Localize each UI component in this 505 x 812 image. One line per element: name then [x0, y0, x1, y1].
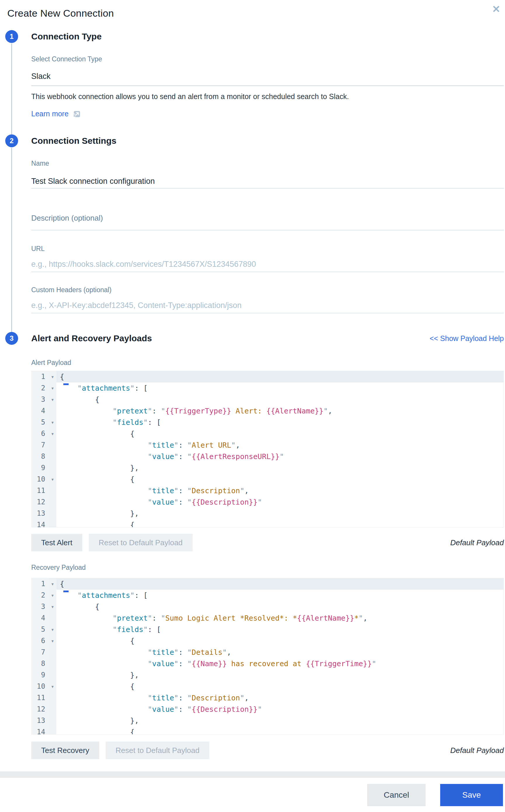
code-line[interactable]: 10▾ {	[31, 474, 504, 485]
fold-arrow-icon[interactable]: ▾	[49, 474, 56, 485]
fold-arrow-icon[interactable]: ▾	[49, 394, 56, 405]
code-line[interactable]: 4 "pretext": "{{TriggerType}} Alert: {{A…	[31, 405, 504, 417]
name-label: Name	[31, 159, 504, 167]
show-payload-help-link[interactable]: << Show Payload Help	[430, 334, 504, 343]
create-connection-dialog: Create New Connection ✕ 1 Connection Typ…	[0, 0, 505, 812]
code-line[interactable]: 6▾ {	[31, 635, 504, 647]
code-line[interactable]: 1▾{	[31, 578, 504, 590]
section-title-payloads: Alert and Recovery Payloads	[31, 332, 152, 345]
reset-recovery-payload-button[interactable]: Reset to Default Payload	[106, 741, 210, 759]
fold-spacer	[49, 496, 56, 508]
fold-spacer	[49, 669, 56, 681]
code-line[interactable]: 11 "title": "Description",	[31, 692, 504, 704]
code-text: "attachments": [	[56, 590, 504, 601]
test-alert-button[interactable]: Test Alert	[31, 534, 82, 551]
code-line[interactable]: 5▾ "fields": [	[31, 417, 504, 428]
code-line[interactable]: 8 "value": "{{AlertResponseURL}}"	[31, 451, 504, 462]
code-text: {	[56, 578, 504, 590]
step-connector-line	[11, 43, 12, 134]
code-line[interactable]: 12 "value": "{{Description}}"	[31, 704, 504, 715]
url-label: URL	[31, 245, 504, 253]
fold-arrow-icon[interactable]: ▾	[49, 590, 56, 601]
default-payload-note: Default Payload	[450, 746, 504, 755]
code-line[interactable]: 3▾ {	[31, 394, 504, 405]
url-input[interactable]	[31, 257, 504, 272]
recovery-payload-editor[interactable]: 1▾{2▾ "attachments": [3▾ {4 "pretext": "…	[31, 578, 504, 734]
fold-arrow-icon[interactable]: ▾	[49, 417, 56, 428]
alert-payload-editor[interactable]: 1▾{2▾ "attachments": [3▾ {4 "pretext": "…	[31, 371, 504, 528]
footer-divider-band	[0, 772, 505, 778]
code-line[interactable]: 9 },	[31, 462, 504, 474]
reset-alert-payload-button[interactable]: Reset to Default Payload	[89, 534, 193, 551]
code-line[interactable]: 9 },	[31, 669, 504, 681]
line-number: 13	[31, 508, 49, 519]
code-line[interactable]: 13 },	[31, 508, 504, 519]
step-1-badge: 1	[5, 30, 18, 43]
code-text: "value": "{{Description}}"	[56, 496, 504, 508]
code-line[interactable]: 2▾ "attachments": [	[31, 590, 504, 601]
fold-arrow-icon[interactable]: ▾	[49, 601, 56, 612]
fold-arrow-icon[interactable]: ▾	[49, 371, 56, 382]
code-line[interactable]: 1▾{	[31, 371, 504, 382]
step-2-badge: 2	[5, 134, 18, 147]
code-line[interactable]: 2▾ "attachments": [	[31, 382, 504, 394]
code-text: {	[56, 601, 504, 612]
fold-arrow-icon[interactable]: ▾	[49, 624, 56, 635]
code-line[interactable]: 5▾ "fields": [	[31, 624, 504, 635]
code-line[interactable]: 12 "value": "{{Description}}"	[31, 496, 504, 508]
save-button[interactable]: Save	[440, 784, 503, 806]
connection-type-label: Select Connection Type	[31, 55, 504, 63]
fold-arrow-icon[interactable]: ▾	[49, 382, 56, 394]
page-title: Create New Connection	[7, 8, 500, 19]
fold-arrow-icon[interactable]: ▾	[49, 635, 56, 647]
fold-spacer	[49, 462, 56, 474]
fold-arrow-icon[interactable]: ▾	[49, 428, 56, 440]
line-number: 6	[31, 635, 49, 647]
description-input[interactable]	[31, 223, 504, 230]
connection-type-underline	[31, 86, 504, 86]
close-icon[interactable]: ✕	[492, 4, 501, 14]
fold-spacer	[49, 508, 56, 519]
code-line[interactable]: 10▾ {	[31, 681, 504, 692]
line-number: 9	[31, 462, 49, 474]
custom-headers-input[interactable]	[31, 298, 504, 313]
code-line[interactable]: 7 "title": "Alert URL",	[31, 440, 504, 451]
code-line[interactable]: 4 "pretext": "Sumo Logic Alert *Resolved…	[31, 612, 504, 624]
fold-spacer	[49, 658, 56, 669]
line-number: 12	[31, 704, 49, 715]
code-text: {	[56, 681, 504, 692]
code-text: "value": "{{AlertResponseURL}}"	[56, 451, 504, 462]
code-text: "title": "Description",	[56, 485, 504, 496]
code-line[interactable]: 8 "value": "{{Name}} has recovered at {{…	[31, 658, 504, 669]
fold-arrow-icon[interactable]: ▾	[49, 681, 56, 692]
line-number: 1	[31, 371, 49, 382]
fold-spacer	[49, 405, 56, 417]
name-input[interactable]	[31, 175, 504, 189]
code-text: "title": "Description",	[56, 692, 504, 704]
text-cursor	[63, 383, 68, 385]
code-text: "attachments": [	[56, 382, 504, 394]
test-recovery-button[interactable]: Test Recovery	[31, 741, 99, 759]
cancel-button[interactable]: Cancel	[367, 784, 426, 806]
code-text: "title": "Alert URL",	[56, 440, 504, 451]
code-text: },	[56, 462, 504, 474]
custom-headers-label: Custom Headers (optional)	[31, 286, 504, 294]
code-line[interactable]: 14 {	[31, 519, 504, 528]
description-label: Description (optional)	[31, 214, 504, 223]
code-line[interactable]: 11 "title": "Description",	[31, 485, 504, 496]
code-line[interactable]: 3▾ {	[31, 601, 504, 612]
code-line[interactable]: 6▾ {	[31, 428, 504, 440]
code-line[interactable]: 14 {	[31, 726, 504, 734]
code-text: {	[56, 428, 504, 440]
fold-spacer	[49, 485, 56, 496]
code-line[interactable]: 7 "title": "Details",	[31, 647, 504, 658]
line-number: 4	[31, 405, 49, 417]
code-text: },	[56, 715, 504, 726]
learn-more-link[interactable]: Learn more	[31, 110, 68, 118]
external-link-icon[interactable]	[73, 110, 81, 118]
fold-arrow-icon[interactable]: ▾	[49, 578, 56, 590]
fold-spacer	[49, 440, 56, 451]
line-number: 12	[31, 496, 49, 508]
connection-type-select[interactable]: Slack	[31, 72, 504, 81]
code-line[interactable]: 13 },	[31, 715, 504, 726]
